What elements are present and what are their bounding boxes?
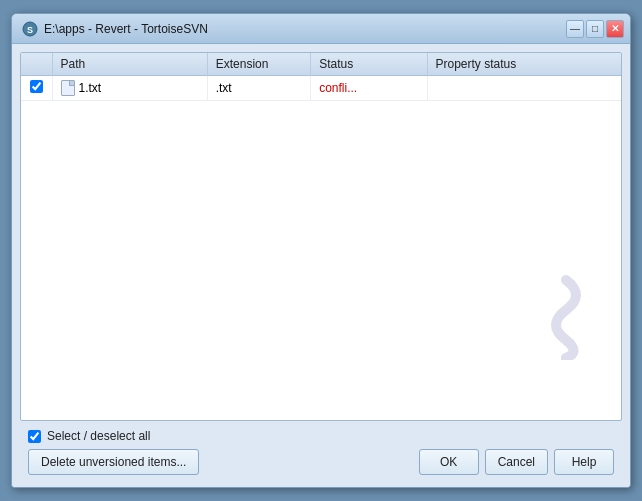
bottom-bar: Select / deselect all Delete unversioned… xyxy=(20,429,622,479)
button-row: Delete unversioned items... OK Cancel He… xyxy=(28,449,614,479)
select-all-label: Select / deselect all xyxy=(47,429,150,443)
window-body: Path Extension Status Property status xyxy=(12,44,630,487)
row-checkbox-cell xyxy=(21,76,52,101)
maximize-button[interactable]: □ xyxy=(586,20,604,38)
help-button[interactable]: Help xyxy=(554,449,614,475)
delete-unversioned-button[interactable]: Delete unversioned items... xyxy=(28,449,199,475)
title-bar-left: S E:\apps - Revert - TortoiseSVN xyxy=(22,21,208,37)
svn-icon: S xyxy=(22,21,38,37)
row-extension-cell: .txt xyxy=(207,76,310,101)
snake-decoration xyxy=(511,270,591,360)
row-path: 1.txt xyxy=(79,81,102,95)
select-all-checkbox[interactable] xyxy=(28,430,41,443)
main-window: S E:\apps - Revert - TortoiseSVN — □ ✕ P… xyxy=(11,13,631,488)
file-table-container: Path Extension Status Property status xyxy=(20,52,622,421)
row-checkbox[interactable] xyxy=(30,80,43,93)
close-button[interactable]: ✕ xyxy=(606,20,624,38)
table-row: 1.txt .txt confli... xyxy=(21,76,621,101)
file-table: Path Extension Status Property status xyxy=(21,53,621,101)
select-all-row: Select / deselect all xyxy=(28,429,614,443)
window-title: E:\apps - Revert - TortoiseSVN xyxy=(44,22,208,36)
cancel-button[interactable]: Cancel xyxy=(485,449,548,475)
col-header-property-status[interactable]: Property status xyxy=(427,53,621,76)
row-property-status-cell xyxy=(427,76,621,101)
title-bar: S E:\apps - Revert - TortoiseSVN — □ ✕ xyxy=(12,14,630,44)
row-path-cell: 1.txt xyxy=(52,76,207,101)
row-extension: .txt xyxy=(216,81,232,95)
col-header-status[interactable]: Status xyxy=(311,53,427,76)
col-header-extension[interactable]: Extension xyxy=(207,53,310,76)
table-header-row: Path Extension Status Property status xyxy=(21,53,621,76)
col-header-checkbox xyxy=(21,53,52,76)
minimize-button[interactable]: — xyxy=(566,20,584,38)
row-status-cell: confli... xyxy=(311,76,427,101)
col-header-path[interactable]: Path xyxy=(52,53,207,76)
ok-button[interactable]: OK xyxy=(419,449,479,475)
file-icon xyxy=(61,80,75,96)
row-status: confli... xyxy=(319,81,357,95)
svg-text:S: S xyxy=(27,25,33,35)
title-buttons: — □ ✕ xyxy=(566,20,624,38)
